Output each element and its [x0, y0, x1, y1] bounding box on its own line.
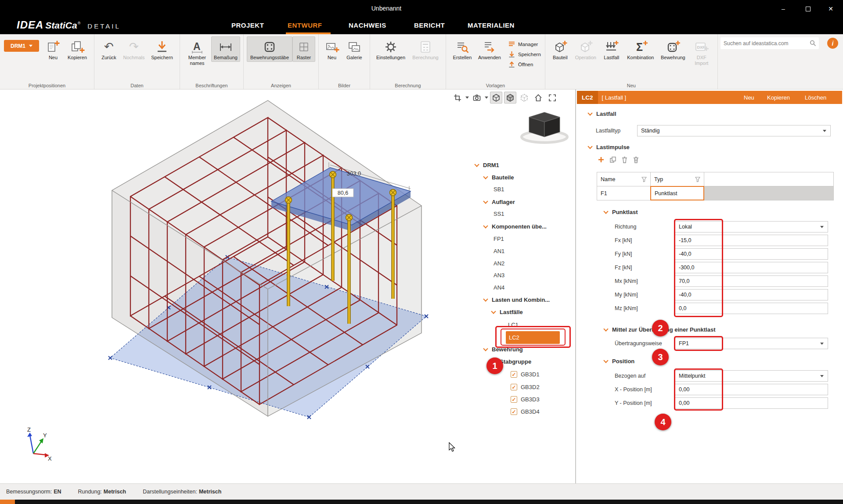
template-open-button[interactable]: Öffnen	[508, 61, 541, 68]
column-header-typ[interactable]: Typ	[650, 172, 704, 186]
checkbox-checked-icon[interactable]: ✓	[511, 408, 517, 415]
settings-button[interactable]: Einstellungen	[373, 36, 408, 62]
tree-item-gb3d2[interactable]: ✓GB3D2	[511, 381, 540, 393]
tab-projekt[interactable]: PROJEKT	[231, 21, 264, 29]
tree-item-drm1[interactable]: DRM1	[475, 159, 499, 171]
fz-input[interactable]: -300,0	[675, 262, 828, 273]
chevron-down-icon[interactable]	[483, 346, 488, 351]
home-view-button[interactable]	[532, 92, 544, 104]
new-operation-button[interactable]: Operation	[572, 36, 599, 62]
add-impulse-icon[interactable]	[598, 156, 605, 163]
copy-project-item-button[interactable]: Kopieren	[64, 36, 91, 62]
info-icon[interactable]: i	[827, 38, 838, 49]
fx-input[interactable]: -15,0	[675, 235, 828, 246]
lastfalltyp-select[interactable]: Ständig	[637, 125, 831, 136]
section-lastimpulse[interactable]: Lastimpulse	[588, 144, 630, 150]
cell-impulse-name[interactable]: F1	[597, 186, 651, 200]
chevron-down-icon[interactable]	[491, 309, 496, 314]
viewport-3d-scene[interactable]: 303,0 80,6 Z Y X	[0, 89, 576, 483]
chevron-down-icon[interactable]	[483, 174, 488, 179]
search-input[interactable]	[721, 40, 810, 46]
member-names-toggle[interactable]: A Member names	[183, 36, 211, 67]
template-save-button[interactable]: Speichern	[508, 50, 541, 58]
mx-input[interactable]: 70,0	[675, 275, 828, 287]
bezogen-auf-select[interactable]: Mittelpunkt	[675, 370, 828, 382]
richtung-select[interactable]: Lokal	[675, 221, 828, 232]
create-template-button[interactable]: Erstellen	[449, 36, 476, 62]
rebar-display-toggle[interactable]: Bewehrungsstäbe	[247, 36, 292, 62]
save-button[interactable]: Speichern	[148, 36, 177, 62]
maximize-button[interactable]	[797, 0, 818, 18]
chevron-down-icon[interactable]	[483, 223, 488, 228]
new-reinforcement-button[interactable]: Bewehrung	[657, 36, 689, 62]
grid-toggle[interactable]: Raster	[292, 36, 315, 62]
delete-impulse-icon[interactable]	[621, 156, 628, 163]
chevron-down-icon[interactable]	[485, 97, 488, 99]
tree-item-fp1[interactable]: FP1	[494, 233, 504, 245]
new-combination-button[interactable]: Σ Kombination	[624, 36, 657, 62]
gallery-button[interactable]: Galerie	[342, 36, 367, 62]
tree-item-an3[interactable]: AN3	[494, 269, 504, 281]
filter-icon[interactable]	[695, 177, 700, 182]
tree-item-lc1[interactable]: LC1	[508, 319, 519, 331]
tree-item-gb3d4[interactable]: ✓GB3D4	[511, 406, 540, 418]
tab-bericht[interactable]: BERICHT	[414, 21, 445, 29]
tree-item-lastfaelle[interactable]: Lastfälle	[492, 306, 523, 318]
panel-divider[interactable]	[575, 89, 576, 483]
copy-impulse-icon[interactable]	[609, 156, 616, 163]
chevron-down-icon[interactable]	[483, 199, 488, 204]
filter-icon[interactable]	[641, 177, 647, 182]
delete-load-case-header-button[interactable]: Löschen	[805, 91, 826, 104]
x-position-input[interactable]: 0,00	[675, 384, 828, 395]
transparent-view-button[interactable]	[518, 92, 530, 104]
tree-item-lasten[interactable]: Lasten und Kombin...	[484, 294, 550, 306]
tree-item-sb1[interactable]: SB1	[494, 183, 504, 195]
new-image-button[interactable]: Neu	[322, 36, 342, 62]
calculate-button[interactable]: Berechnung	[408, 36, 443, 62]
checkbox-checked-icon[interactable]: ✓	[511, 396, 517, 403]
mz-input[interactable]: 0,0	[675, 303, 828, 314]
screenshot-button[interactable]	[471, 92, 483, 104]
apply-template-button[interactable]: Anwenden	[476, 36, 504, 62]
my-input[interactable]: -40,0	[675, 289, 828, 300]
dxf-import-button[interactable]: DXF DXF Import	[689, 36, 714, 67]
tab-nachweis[interactable]: NACHWEIS	[349, 21, 386, 29]
solid-view-button[interactable]	[504, 92, 516, 104]
cell-impulse-typ-selected[interactable]: Punktlast	[650, 186, 704, 200]
undo-button[interactable]: ↶ Zurück	[97, 36, 120, 62]
search-box[interactable]	[721, 37, 819, 49]
tree-item-bauteile[interactable]: Bauteile	[484, 172, 514, 183]
chevron-down-icon[interactable]	[483, 297, 488, 301]
tree-item-ss1[interactable]: SS1	[494, 208, 504, 220]
section-crop-button[interactable]	[451, 92, 464, 104]
tree-item-komponenten[interactable]: Komponenten übe...	[484, 221, 547, 232]
section-punktlast[interactable]: Punktlast	[604, 209, 638, 215]
tree-item-gb3d1[interactable]: ✓GB3D1	[511, 368, 540, 380]
redo-button[interactable]: ↷ Nochmals	[120, 36, 148, 62]
new-member-button[interactable]: Bauteil	[548, 36, 572, 62]
template-manager-button[interactable]: Manager	[508, 40, 541, 48]
fy-input[interactable]: -40,0	[675, 248, 828, 260]
column-header-name[interactable]: Name	[597, 172, 651, 186]
navigation-cube[interactable]	[518, 104, 571, 146]
chevron-down-icon[interactable]	[474, 162, 479, 167]
tree-item-gb3d3[interactable]: ✓GB3D3	[511, 393, 540, 405]
new-load-case-button[interactable]: Lastfall	[599, 36, 624, 62]
tab-entwurf[interactable]: ENTWURF	[288, 21, 322, 29]
zoom-fit-button[interactable]	[546, 92, 558, 104]
project-item-dropdown[interactable]: DRM1	[4, 40, 39, 52]
tree-item-an1[interactable]: AN1	[494, 245, 504, 257]
close-button[interactable]: ✕	[820, 0, 841, 18]
tree-item-auflager[interactable]: Auflager	[484, 196, 515, 208]
minimize-button[interactable]: –	[773, 0, 794, 18]
copy-load-case-header-button[interactable]: Kopieren	[767, 91, 790, 104]
y-position-input[interactable]: 0,00	[675, 397, 828, 409]
checkbox-checked-icon[interactable]: ✓	[511, 371, 517, 378]
tab-materialien[interactable]: MATERIALIEN	[468, 21, 515, 29]
tree-item-an4[interactable]: AN4	[494, 282, 504, 293]
wireframe-view-button[interactable]	[490, 92, 502, 104]
tree-item-an2[interactable]: AN2	[494, 257, 504, 269]
chevron-down-icon[interactable]	[465, 97, 469, 99]
tree-item-bewehrung[interactable]: Bewehrung	[484, 343, 523, 355]
uebertragungsweise-select[interactable]: FP1	[675, 338, 828, 349]
